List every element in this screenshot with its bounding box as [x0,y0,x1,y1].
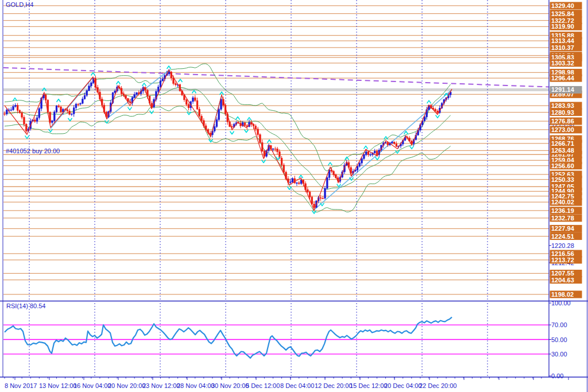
candle-body [324,188,326,198]
level-price-text: 1313.44 [551,37,575,44]
rsi-axis-label: 30.00 [551,351,567,358]
candle-body [19,110,21,112]
fractal-up-icon [91,73,95,76]
fractal-up-icon [179,79,183,82]
level-price-text: 1266.71 [551,140,574,147]
candle-body [129,102,131,103]
candle-body [84,95,86,99]
chart-canvas[interactable]: 1275.301220.281212.421306.741261.671329.… [0,0,588,392]
candle-body [134,95,136,98]
candle-body [56,106,57,112]
fractal-up-icon [268,140,272,143]
candle-body [52,121,53,123]
date-label: 15 Dec 12:00 [350,382,387,389]
rsi-line [5,317,452,358]
candle-body [274,149,276,149]
level-price-text: 1236.19 [551,207,574,214]
date-label: 8 Dec 04:00 [280,382,314,389]
candle-body [298,183,300,184]
level-price-text: 1198.02 [551,291,574,298]
candle-body [17,105,18,110]
fractal-down-icon [288,187,292,189]
candle-body [391,142,393,143]
candle-body [69,111,71,114]
candle-body [289,182,291,183]
candle-body [78,104,79,104]
date-label: 22 Dec 20:00 [419,382,457,389]
candle-body [311,197,313,204]
candle-body [255,126,257,129]
level-price-text: 1224.51 [551,233,574,240]
candle-body [90,83,92,86]
candle-body [114,91,116,93]
fractal-up-icon [236,117,240,120]
candle-body [218,110,220,120]
candle-body [185,100,187,104]
candle-body [277,149,278,152]
candle-body [67,110,68,111]
candle-body [283,165,285,172]
level-price-text: 1319.90 [551,23,574,30]
candle-body [75,104,77,107]
candle-body [10,110,12,110]
candle-body [326,177,328,188]
candle-body [307,190,308,192]
level-price-text: 1240.02 [551,199,574,205]
candle-body [437,111,439,112]
candle-body [24,117,25,124]
date-label: 12 Dec 20:00 [315,382,352,389]
level-price-text: 1280.93 [551,109,574,116]
date-label: 23 Nov 12:00 [142,382,180,389]
candle-body [196,100,198,109]
candle-body [361,158,363,163]
candle-body [314,204,315,207]
level-price-text: 1256.60 [551,162,574,169]
fractal-up-icon [142,83,146,86]
candle-body [376,151,378,154]
candle-body [25,124,27,131]
candle-body [259,135,261,143]
trendline [3,68,549,87]
date-label: 13 Nov 12:00 [39,382,76,389]
candle-body [370,154,372,155]
price-axis-label: 1220.28 [551,242,574,249]
fractal-down-icon [230,131,234,134]
candle-body [201,116,203,121]
level-price-text: 1329.40 [551,2,574,9]
date-label: 5 Dec 12:00 [246,382,280,389]
level-price-text: 1227.94 [551,225,575,232]
candle-body [4,114,6,114]
candle-body [216,120,218,127]
candle-body [322,198,324,199]
candle-body [71,114,72,114]
candle-body [357,166,358,170]
candle-body [38,108,40,118]
level-price-text: 1310.37 [551,44,574,51]
level-price-text: 1250.33 [551,176,574,183]
candle-body [162,79,164,81]
candle-body [13,107,14,110]
candle-body [292,178,293,182]
candle-body [296,183,298,184]
fractal-up-icon [57,99,61,102]
candle-body [73,108,75,114]
candle-body [6,110,7,114]
fractal-up-icon [427,100,431,103]
candle-body [58,106,60,107]
candle-body [220,99,222,110]
candle-body [368,152,369,155]
candle-body [21,113,23,118]
date-label: 28 Nov 04:00 [177,382,214,389]
level-price-text: 1303.32 [551,60,574,67]
fractal-down-icon [410,146,414,149]
fractal-up-icon [328,162,332,165]
fractal-down-icon [436,115,440,118]
level-price-text: 1283.93 [551,102,574,109]
candle-body [396,143,397,146]
fractal-down-icon [25,135,29,138]
open-order-label: #401052 buy 20.00 [6,148,60,154]
candle-body [136,92,138,94]
level-price-text: 1325.84 [551,10,575,17]
candle-body [160,81,161,87]
candle-body [82,99,83,103]
